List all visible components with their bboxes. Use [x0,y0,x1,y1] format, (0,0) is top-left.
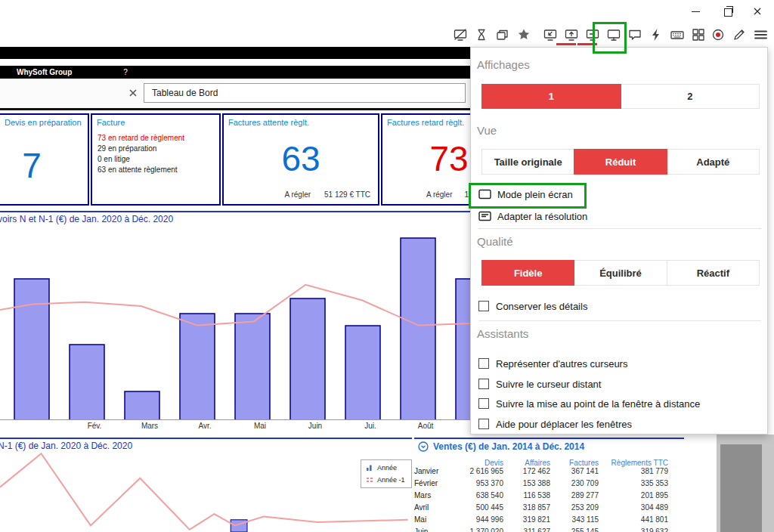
card-title: Devis en préparation [0,115,88,127]
card-footer: A régler 51 129 € TTC [224,190,378,204]
taille-originale-button[interactable]: Taille originale [481,149,574,175]
window-titlebar [0,0,774,23]
dashboard-tab[interactable]: Tableau de Bord [144,83,466,103]
checkbox-label: Représenter d'autres curseurs [496,358,627,370]
checkbox-follow-window-focus[interactable]: Suivre la mise au point de la fenêtre à … [478,397,700,410]
checkbox[interactable] [478,398,489,409]
row-label: Mai [414,515,460,527]
cell: 335 353 [599,479,668,491]
bar-Avr. [180,314,215,420]
display-off-icon[interactable] [454,28,467,42]
row-label: Février [414,479,460,491]
card-footer-label: A régler [285,190,311,199]
menu-item-adapt-resolution[interactable]: Adapter la résolution [478,208,587,224]
cell: 253 209 [550,503,599,515]
bar-Jan. [14,279,49,420]
row-label: Mars [414,491,460,503]
scrollbar-block[interactable] [720,444,762,532]
checkbox[interactable] [478,301,489,311]
reduit-button[interactable]: Réduit [574,149,667,175]
card-line: 63 en attente règlement [98,165,219,174]
screen: WhySoft Group ? Tableau de Bord Devis en… [0,0,774,532]
cell: 953 370 [460,479,503,491]
cell: 343 115 [550,515,599,527]
tab-bar: Tableau de Bord [0,79,470,108]
section-affichages: Affichages [477,58,530,71]
cell: 304 489 [599,503,668,515]
card-value: 63 [224,127,378,190]
x-axis-label: Avr. [198,422,211,430]
section-divider [414,438,684,439]
section-assistants: Assistants [477,327,528,340]
fidele-button[interactable]: Fidèle [481,260,574,286]
line-chart-plot [0,450,412,532]
cell: 500 445 [460,503,503,515]
record-icon[interactable] [711,28,725,42]
view-mode-group: Taille originale Réduit Adapté [482,149,760,175]
cell: 2 616 965 [460,467,503,479]
app-brand: WhySoft Group [17,68,72,76]
cell: 944 996 [460,515,503,527]
display-settings-panel: Affichages 1 2 Vue Taille originale Rédu… [470,47,768,435]
legend-item: Année -1 [366,476,407,484]
checkbox-follow-remote-cursor[interactable]: Suivre le curseur distant [478,377,601,391]
checkbox[interactable] [478,358,489,369]
checkbox-represent-cursors[interactable]: Représenter d'autres curseurs [478,357,627,370]
bar-Jui. [345,326,380,420]
minimize-button[interactable] [679,0,713,23]
divider [0,108,470,110]
cell: 311 627 [503,527,550,532]
favorites-star-icon[interactable] [517,28,531,42]
column-header: Règlements TTC [599,459,668,467]
card-title: Factures attente règlt. [224,115,378,127]
section-divider [0,211,470,212]
bar-chart-title: voirs N et N-1 (€) de Jan. 2020 à Déc. 2… [0,214,173,224]
monitor-share-icon[interactable] [565,28,578,42]
checkbox[interactable] [478,379,489,389]
hourglass-icon[interactable] [475,28,488,42]
monitor-receive-icon[interactable] [543,28,557,42]
x-axis-label: Juin [308,422,322,430]
menu-icon[interactable] [754,28,767,42]
actions-lightning-icon[interactable] [649,28,663,42]
minimize-icon [692,11,700,12]
close-button[interactable] [740,0,774,23]
window-stack-icon[interactable] [496,28,509,42]
app-grid-icon[interactable] [692,28,705,42]
checkbox-conserver-details[interactable]: Conserver les détails [478,299,587,313]
bar-Août [401,238,435,420]
x-axis-label: Fév. [88,422,102,430]
adapte-button[interactable]: Adapté [667,149,760,175]
column-header: Affaires [503,459,550,467]
bar-Juin [290,298,325,420]
dashes-legend-icon [366,476,373,484]
divider [478,320,761,321]
cell: 172 462 [503,467,550,479]
bar-Mai [235,314,270,420]
close-icon [753,7,762,16]
x-axis-label: Jui. [364,422,376,430]
checkbox-label: Aide pour déplacer les fenêtres [496,419,632,430]
tab-close-icon[interactable] [128,88,138,98]
cell: 381 779 [599,467,668,479]
equilibre-button[interactable]: Équilibré [574,260,667,286]
bar-marker [231,520,247,532]
card-factures-attente: Factures attente règlt. 63 A régler 51 1… [222,113,379,206]
annotation-box-toolbar-monitor [593,22,627,54]
pen-icon[interactable] [732,28,746,42]
monitor-1-button[interactable]: 1 [481,84,621,109]
row-label: Avril [414,503,460,515]
x-axis-label: Mars [141,422,158,430]
cell: 116 538 [503,491,550,503]
reactif-button[interactable]: Réactif [667,260,760,286]
monitor-2-button[interactable]: 2 [621,84,760,109]
keyboard-icon[interactable] [670,28,684,42]
cell: 367 141 [550,467,599,479]
sales-table: Devis Affaires Factures Règlements TTC J… [414,450,668,532]
checkbox[interactable] [478,419,489,429]
bar-Mars [125,391,159,420]
legend-label: Année [377,464,397,472]
app-help-link[interactable]: ? [123,68,128,76]
checkbox-help-move-windows[interactable]: Aide pour déplacer les fenêtres [478,417,632,431]
chat-icon[interactable] [628,28,642,42]
